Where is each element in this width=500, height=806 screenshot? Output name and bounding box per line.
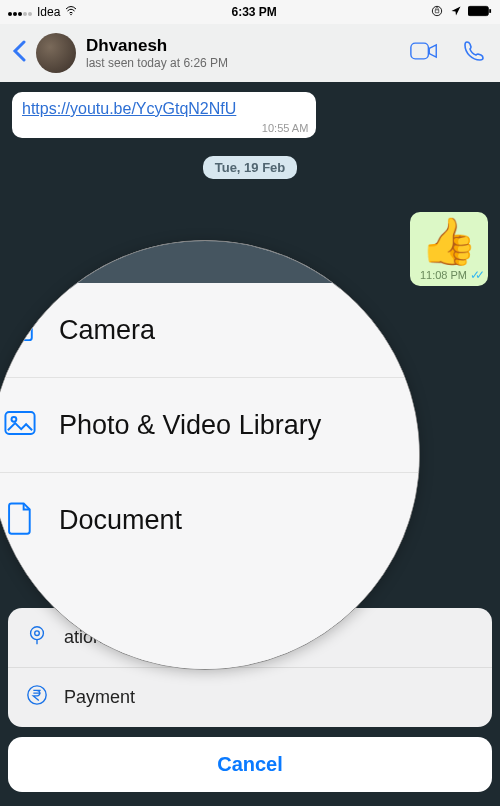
contact-name: Dhvanesh [86, 36, 400, 56]
svg-rect-3 [489, 9, 491, 13]
sheet-item-photo-video[interactable]: Photo & Video Library [0, 377, 420, 472]
svg-rect-9 [5, 412, 34, 434]
video-call-icon[interactable] [410, 39, 438, 67]
back-chevron-icon[interactable] [12, 38, 26, 69]
sheet-item-document[interactable]: Document [0, 472, 420, 567]
svg-rect-4 [411, 43, 429, 59]
location-pin-icon [26, 624, 48, 651]
read-ticks-icon: ✓✓ [470, 268, 480, 282]
thumbs-up-emoji: 👍 [420, 218, 480, 264]
carrier-label: Idea [37, 5, 60, 19]
message-link[interactable]: https://youtu.be/YcyGtqN2NfU [22, 100, 236, 117]
sheet-item-label: Camera [59, 315, 155, 346]
sheet-item-payment[interactable]: Payment [8, 667, 492, 727]
incoming-message-bubble[interactable]: https://youtu.be/YcyGtqN2NfU 10:55 AM [12, 92, 316, 138]
sheet-item-label: Document [59, 505, 182, 536]
location-arrow-icon [450, 5, 462, 20]
clock-label: 6:33 PM [232, 5, 277, 19]
svg-point-6 [35, 631, 40, 636]
cancel-button[interactable]: Cancel [8, 737, 492, 792]
last-seen-label: last seen today at 6:26 PM [86, 56, 400, 70]
photo-library-icon [3, 406, 37, 444]
message-timestamp: 11:08 PM [420, 269, 467, 281]
payment-rupee-icon [26, 684, 48, 711]
message-timestamp: 10:55 AM [262, 122, 308, 134]
svg-point-10 [12, 417, 17, 422]
date-separator: Tue, 19 Feb [203, 156, 298, 179]
voice-call-icon[interactable] [460, 39, 488, 67]
outgoing-message-bubble[interactable]: 👍 11:08 PM ✓✓ [410, 212, 488, 286]
wifi-icon [64, 5, 78, 20]
svg-point-5 [31, 627, 44, 640]
document-icon [3, 501, 37, 539]
contact-title-area[interactable]: Dhvanesh last seen today at 6:26 PM [86, 36, 400, 70]
zoom-magnifier: Camera Photo & Video Library Document [0, 240, 420, 670]
svg-point-7 [28, 686, 46, 704]
battery-icon [468, 5, 492, 20]
sheet-item-label: Photo & Video Library [59, 410, 321, 441]
avatar[interactable] [36, 33, 76, 73]
signal-dots-icon [8, 5, 33, 19]
cancel-label: Cancel [217, 753, 283, 775]
svg-rect-2 [468, 6, 488, 15]
status-bar: Idea 6:33 PM [0, 0, 500, 24]
orientation-lock-icon [430, 4, 444, 21]
svg-point-0 [71, 13, 73, 15]
chat-header: Dhvanesh last seen today at 6:26 PM [0, 24, 500, 82]
sheet-item-label: Payment [64, 687, 135, 708]
